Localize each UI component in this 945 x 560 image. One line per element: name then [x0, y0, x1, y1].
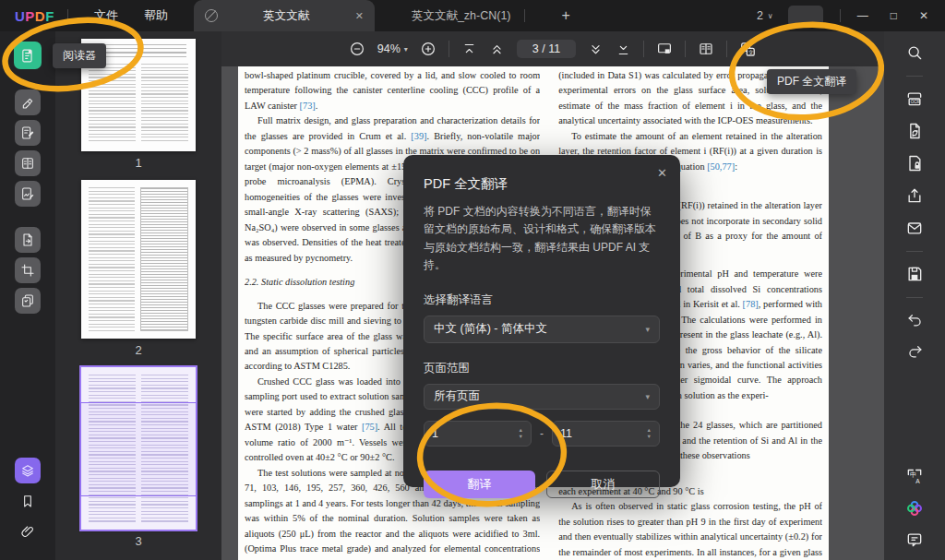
sidebar-item-convert[interactable]	[15, 227, 41, 253]
thumbnail-page-number: 1	[55, 156, 221, 170]
spin-down-icon[interactable]: ▼	[519, 435, 523, 439]
spin-up-icon[interactable]: ▲	[519, 428, 523, 433]
left-sidebar	[0, 31, 55, 560]
menu-help[interactable]: 帮助	[131, 7, 181, 24]
feedback-button[interactable]	[905, 530, 924, 549]
tab-document-1[interactable]: 英文文献 ✕	[194, 0, 375, 31]
language-label: 选择翻译语言	[424, 292, 660, 308]
sidebar-item-edit-pdf[interactable]	[15, 120, 41, 146]
visible-area-indicator[interactable]	[80, 402, 197, 496]
organize-pages-icon	[20, 156, 35, 171]
dialog-description: 将 PDF 文档的内容转换为不同语言，翻译时保留文档的原始布局、设计和格式，确保…	[424, 203, 660, 275]
search-icon	[905, 43, 924, 62]
zoom-in-button[interactable]	[420, 41, 437, 57]
updf-ai-flower-icon	[905, 499, 924, 518]
updf-ai-button[interactable]	[905, 499, 924, 518]
page-indicator[interactable]: 3 / 11	[517, 40, 576, 58]
sidebar-divider	[906, 76, 923, 77]
thumbnail-panel: 1 2 3	[55, 31, 221, 560]
redo-button[interactable]	[906, 342, 924, 360]
minimize-button[interactable]: —	[846, 9, 879, 22]
bookmark-icon	[20, 494, 35, 508]
panel-toggle-bookmarks[interactable]	[15, 488, 41, 514]
reader-tooltip: 阅读器	[53, 43, 106, 68]
next-page-button[interactable]	[588, 42, 604, 57]
reading-mode-button[interactable]	[698, 41, 714, 57]
page-from-input[interactable]: 1 ▲ ▼	[424, 421, 532, 447]
toolbar-divider	[685, 41, 686, 57]
convert-pdf-button[interactable]	[905, 122, 924, 140]
account-button[interactable]	[788, 6, 823, 27]
dialog-close-icon[interactable]: ✕	[657, 166, 667, 180]
spin-down-icon[interactable]: ▼	[647, 435, 652, 439]
close-window-button[interactable]: ✕	[908, 9, 939, 22]
convert-page-icon	[20, 232, 35, 247]
save-button[interactable]	[905, 265, 924, 283]
translate-button[interactable]: 翻译	[424, 471, 535, 498]
feedback-bubble-icon	[905, 530, 924, 549]
previous-page-button[interactable]	[489, 42, 505, 57]
protect-pdf-button[interactable]	[905, 154, 924, 173]
cancel-button[interactable]: 取消	[546, 471, 660, 498]
thumbnail-page-number: 2	[55, 343, 221, 357]
first-page-button[interactable]	[461, 42, 477, 57]
share-button[interactable]	[905, 186, 924, 205]
presentation-mode-button[interactable]	[656, 41, 673, 57]
menu-file[interactable]: 文件	[81, 7, 131, 24]
tab-document-2[interactable]: 英文文献_zh-CN(1)	[401, 0, 522, 31]
zoom-level-dropdown[interactable]: 94% ▾	[377, 42, 408, 55]
svg-text:OCR: OCR	[911, 100, 921, 104]
spin-up-icon[interactable]: ▲	[647, 428, 652, 433]
caret-down-icon: ▾	[645, 325, 650, 334]
mail-icon	[905, 219, 924, 237]
layers-icon	[20, 463, 35, 478]
paperclip-icon	[20, 524, 35, 539]
last-page-button[interactable]	[616, 42, 631, 57]
crop-icon	[20, 263, 35, 278]
caret-down-icon: ▾	[404, 45, 408, 54]
reader-icon	[20, 48, 36, 64]
thumbnail-page-number: 3	[55, 534, 221, 548]
tab-divider	[524, 9, 525, 22]
search-button[interactable]	[905, 43, 924, 62]
sidebar-item-comment[interactable]	[15, 89, 41, 115]
page-range-select[interactable]: 所有页面 ▾	[424, 384, 660, 410]
page-thumbnail-2[interactable]	[81, 180, 196, 339]
new-tab-button[interactable]: +	[553, 7, 580, 24]
maximize-button[interactable]: □	[879, 9, 908, 22]
sidebar-divider	[906, 251, 923, 252]
convert-document-icon	[905, 122, 924, 140]
tab-close-icon[interactable]: ✕	[355, 10, 364, 22]
panel-toggle-thumbnails[interactable]	[15, 458, 41, 483]
page-thumbnail-3-selected[interactable]	[81, 367, 196, 530]
titlebar-divider	[67, 9, 68, 22]
sidebar-item-fill-and-sign[interactable]	[15, 181, 41, 207]
tab-count-value: 2	[757, 9, 763, 22]
undo-button[interactable]	[906, 311, 924, 328]
svg-text:文: 文	[748, 49, 754, 54]
document-lock-icon	[905, 154, 924, 173]
zoom-out-button[interactable]	[349, 41, 365, 57]
svg-text:A: A	[915, 478, 920, 484]
page-to-value: 11	[560, 427, 572, 440]
updf-app-window: UPDF 文件 帮助 英文文献 ✕ 英文文献_zh-CN(1) + 2 ∨ — …	[0, 0, 945, 560]
ocr-button[interactable]: OCR	[905, 89, 924, 108]
ocr-icon: OCR	[905, 89, 924, 108]
dialog-title: PDF 全文翻译	[424, 175, 660, 193]
pdf-translate-button[interactable]: A 文	[739, 41, 757, 58]
sidebar-item-organize-pages[interactable]	[15, 150, 41, 176]
sidebar-item-reader[interactable]	[14, 42, 42, 69]
panel-toggle-attachments[interactable]	[15, 518, 41, 544]
translate-compare-button[interactable]: 中 A	[905, 468, 924, 486]
language-select[interactable]: 中文 (简体) - 简体中文 ▾	[424, 316, 660, 343]
updf-logo: UPDF	[15, 8, 54, 24]
email-button[interactable]	[905, 219, 924, 237]
tab-count-dropdown[interactable]: 2 ∨	[757, 9, 773, 22]
sidebar-item-ocr[interactable]	[15, 288, 41, 314]
toolbar-divider	[449, 41, 449, 57]
page-to-input[interactable]: 11 ▲ ▼	[552, 421, 660, 447]
page-from-value: 1	[432, 427, 438, 440]
chevron-down-icon: ∨	[768, 12, 773, 20]
titlebar: UPDF 文件 帮助 英文文献 ✕ 英文文献_zh-CN(1) + 2 ∨ — …	[0, 0, 945, 31]
sidebar-item-crop[interactable]	[15, 257, 41, 283]
